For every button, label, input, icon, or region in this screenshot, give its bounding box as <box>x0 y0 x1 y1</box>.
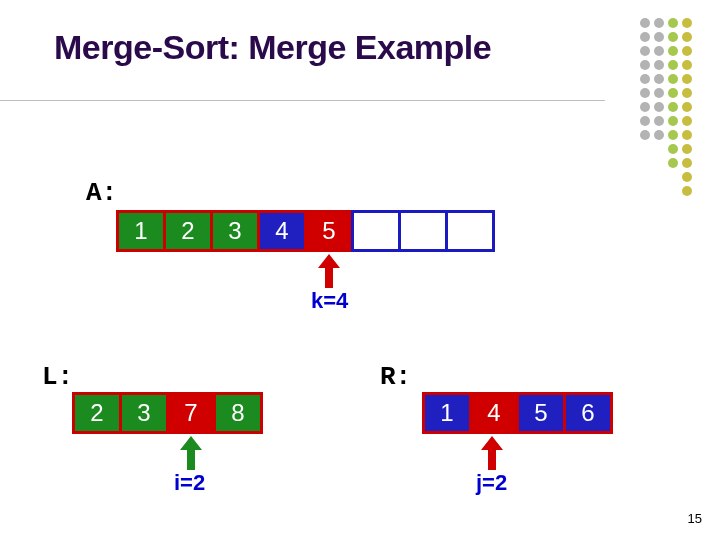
a-cell: 3 <box>210 210 260 252</box>
array-r-label: R: <box>380 362 411 392</box>
r-cell: 1 <box>422 392 472 434</box>
a-cell-empty <box>351 210 401 252</box>
array-r: 1 4 5 6 <box>422 392 613 434</box>
pointer-i-label: i=2 <box>174 470 205 496</box>
array-a: 1 2 3 4 5 <box>116 210 495 252</box>
pointer-k-arrow-icon <box>318 254 340 288</box>
pointer-k-label: k=4 <box>311 288 348 314</box>
r-cell: 5 <box>516 392 566 434</box>
array-a-label: A: <box>86 178 117 208</box>
a-cell: 1 <box>116 210 166 252</box>
slide-number: 15 <box>688 511 702 526</box>
array-l: 2 3 7 8 <box>72 392 263 434</box>
a-cell-empty <box>445 210 495 252</box>
pointer-i-arrow-icon <box>180 436 202 470</box>
svg-marker-2 <box>481 436 503 470</box>
pointer-j-arrow-icon <box>481 436 503 470</box>
slide-title: Merge-Sort: Merge Example <box>54 28 491 67</box>
r-cell: 6 <box>563 392 613 434</box>
l-cell: 2 <box>72 392 122 434</box>
decorative-dots <box>640 18 692 196</box>
a-cell-active: 5 <box>304 210 354 252</box>
svg-marker-0 <box>318 254 340 288</box>
title-divider <box>0 100 605 101</box>
l-cell: 3 <box>119 392 169 434</box>
a-cell: 4 <box>257 210 307 252</box>
a-cell: 2 <box>163 210 213 252</box>
l-cell: 8 <box>213 392 263 434</box>
array-l-label: L: <box>42 362 73 392</box>
a-cell-empty <box>398 210 448 252</box>
pointer-j-label: j=2 <box>476 470 507 496</box>
r-cell-active: 4 <box>469 392 519 434</box>
l-cell-active: 7 <box>166 392 216 434</box>
svg-marker-1 <box>180 436 202 470</box>
